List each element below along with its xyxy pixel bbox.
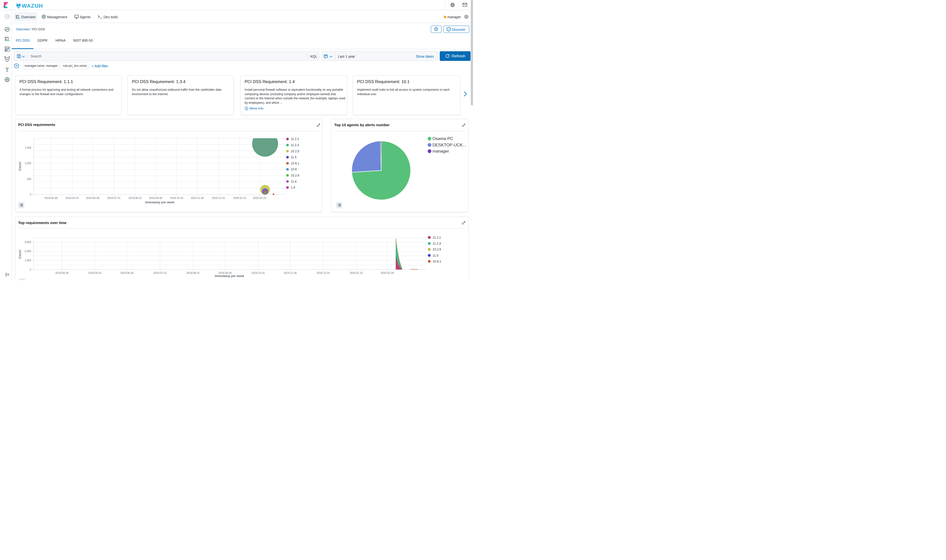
svg-text:10.6.1: 10.6.1 bbox=[291, 162, 299, 165]
svg-text:timestamp per week: timestamp per week bbox=[145, 201, 174, 204]
svg-text:2019-04-30: 2019-04-30 bbox=[55, 271, 69, 274]
svg-text:3,000: 3,000 bbox=[25, 240, 31, 243]
svg-text:0: 0 bbox=[29, 193, 31, 196]
svg-text:DESKTOP-UCK…: DESKTOP-UCK… bbox=[432, 143, 467, 148]
svg-text:2019-07-31: 2019-07-31 bbox=[107, 197, 120, 199]
svg-text:2019-09-30: 2019-09-30 bbox=[218, 271, 232, 274]
svg-text:2019-09-30: 2019-09-30 bbox=[149, 197, 162, 199]
svg-text:Osama-PC: Osama-PC bbox=[432, 136, 453, 141]
svg-text:1,500: 1,500 bbox=[25, 146, 31, 149]
svg-text:2019-05-31: 2019-05-31 bbox=[88, 271, 102, 274]
svg-text:Count: Count bbox=[18, 250, 22, 259]
svg-text:2019-10-31: 2019-10-31 bbox=[170, 197, 183, 199]
svg-text:1.4: 1.4 bbox=[291, 186, 295, 189]
svg-text:11.2.3: 11.2.3 bbox=[291, 143, 299, 147]
svg-text:2019-06-30: 2019-06-30 bbox=[86, 197, 99, 199]
svg-text:11.5: 11.5 bbox=[432, 254, 438, 257]
svg-text:2019-06-30: 2019-06-30 bbox=[120, 271, 134, 274]
svg-text:2019-08-31: 2019-08-31 bbox=[128, 197, 142, 199]
svg-text:2019-12-31: 2019-12-31 bbox=[317, 271, 330, 274]
svg-text:11.4: 11.4 bbox=[291, 180, 296, 183]
svg-text:2019-12-31: 2019-12-31 bbox=[212, 197, 225, 199]
svg-text:500: 500 bbox=[27, 177, 31, 180]
svg-text:2019-05-31: 2019-05-31 bbox=[65, 197, 78, 199]
svg-text:2020-01-31: 2020-01-31 bbox=[349, 271, 363, 274]
svg-text:2019-07-31: 2019-07-31 bbox=[153, 271, 167, 274]
svg-text:manager: manager bbox=[432, 149, 449, 154]
svg-text:timestamp per week: timestamp per week bbox=[215, 274, 244, 278]
svg-text:2019-11-30: 2019-11-30 bbox=[283, 271, 297, 274]
svg-text:2019-10-31: 2019-10-31 bbox=[251, 271, 265, 274]
svg-text:11.2.1: 11.2.1 bbox=[291, 137, 299, 141]
svg-text:2019-08-31: 2019-08-31 bbox=[186, 271, 200, 274]
svg-text:2,000: 2,000 bbox=[25, 250, 31, 252]
svg-text:10.2.5: 10.2.5 bbox=[432, 248, 441, 251]
svg-text:11.2.3: 11.2.3 bbox=[432, 242, 441, 245]
svg-text:2019-04-30: 2019-04-30 bbox=[44, 197, 57, 199]
svg-text:10.2.6: 10.2.6 bbox=[291, 174, 299, 177]
svg-text:2020-01-31: 2020-01-31 bbox=[233, 197, 246, 199]
svg-text:2020-02-29: 2020-02-29 bbox=[253, 197, 266, 199]
svg-text:1,000: 1,000 bbox=[25, 259, 31, 262]
svg-text:Count: Count bbox=[18, 162, 22, 171]
svg-text:11.2.1: 11.2.1 bbox=[432, 236, 441, 239]
svg-text:10.6.1: 10.6.1 bbox=[432, 260, 441, 263]
svg-text:10.6: 10.6 bbox=[291, 168, 297, 171]
svg-text:2020-02-29: 2020-02-29 bbox=[381, 271, 394, 274]
svg-text:1,000: 1,000 bbox=[25, 162, 31, 165]
svg-text:11.5: 11.5 bbox=[291, 155, 296, 159]
svg-text:10.2.5: 10.2.5 bbox=[291, 149, 299, 153]
svg-text:2019-11-30: 2019-11-30 bbox=[191, 197, 204, 199]
svg-text:0: 0 bbox=[29, 268, 31, 271]
